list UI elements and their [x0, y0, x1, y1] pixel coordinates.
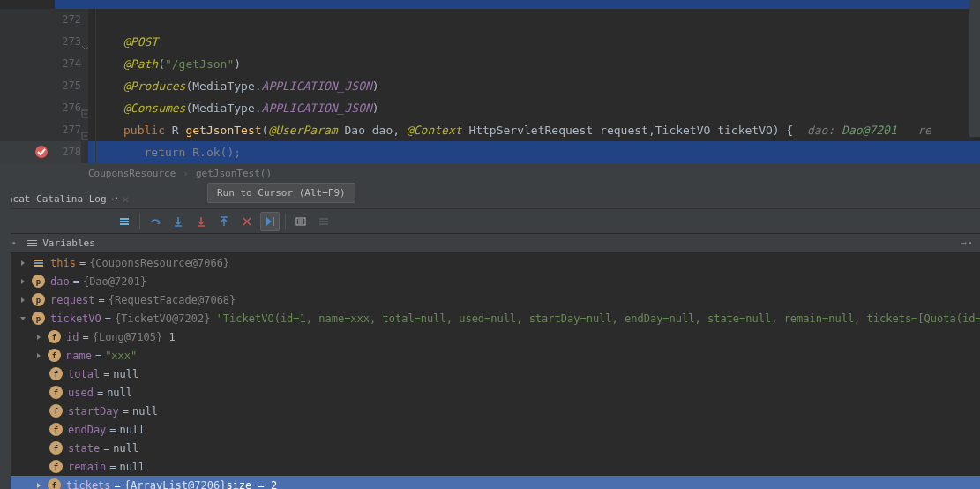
var-endday[interactable]: f endDay = null [0, 420, 980, 439]
svg-rect-5 [120, 218, 129, 220]
svg-rect-7 [120, 223, 129, 225]
param: dao [372, 124, 393, 137]
chevron-right-icon: › [183, 168, 189, 179]
var-ticketvo[interactable]: p ticketVO = {TicketVO@7202} "TicketVO(i… [0, 309, 980, 327]
drop-frame-icon[interactable] [237, 212, 257, 231]
constant: APPLICATION_JSON [262, 102, 372, 115]
variables-tree[interactable]: this = {CouponsResource@7066} p dao = {D… [0, 253, 980, 489]
show-execution-point-icon[interactable] [115, 212, 134, 231]
var-tickets[interactable]: f tickets = {ArrayList@7206} size = 2 [0, 476, 980, 489]
var-value: null [120, 461, 146, 473]
var-value: null [107, 387, 132, 399]
panel-menu-icon[interactable]: →• [961, 237, 973, 249]
line-number: 275 [62, 75, 81, 97]
force-step-into-icon[interactable] [191, 212, 211, 231]
line-number: 278 [62, 141, 81, 163]
evaluate-expression-icon[interactable] [291, 212, 310, 231]
var-value: null [113, 368, 138, 380]
variables-panel-header: →• Variables →• [0, 234, 980, 253]
step-out-icon[interactable] [214, 212, 234, 231]
var-name: endDay [68, 424, 106, 436]
var-id[interactable]: f id = {Long@7105} 1 [0, 327, 980, 346]
keyword: public [123, 124, 165, 137]
hamburger-icon[interactable] [27, 240, 37, 246]
param-badge-icon: p [32, 293, 45, 306]
field-badge-icon: f [49, 460, 63, 473]
var-startday[interactable]: f startDay = null [0, 402, 980, 420]
step-over-icon[interactable] [146, 212, 165, 231]
var-name: ticketVO [50, 312, 101, 325]
collapse-arrow-icon[interactable] [18, 313, 28, 324]
var-name: id [66, 331, 79, 343]
param: request [600, 124, 648, 137]
var-value: {Dao@7201} [83, 275, 146, 288]
var-name-field[interactable]: f name = "xxx" [0, 346, 980, 365]
var-remain[interactable]: f remain = null [0, 457, 980, 476]
var-state[interactable]: f state = null [0, 439, 980, 457]
var-request[interactable]: p request = {RequestFacade@7068} [0, 290, 980, 309]
var-name: used [68, 387, 94, 399]
var-value: {CouponsResource@7066} [89, 257, 229, 269]
expand-arrow-icon[interactable] [34, 350, 44, 361]
inlay-hint: dao: [807, 124, 834, 137]
breadcrumb-item[interactable]: getJsonTest() [196, 168, 272, 179]
var-total[interactable]: f total = null [0, 365, 980, 383]
var-used[interactable]: f used = null [0, 383, 980, 402]
var-name: request [50, 294, 95, 306]
debug-toolbar [0, 209, 980, 234]
tab-catalina-log[interactable]: ncat Catalina Log →• × [0, 190, 136, 208]
var-ref: {ArrayList@7206} [124, 479, 227, 490]
var-name: startDay [68, 405, 119, 418]
editor-right-gutter [969, 0, 980, 137]
svg-rect-20 [34, 262, 43, 264]
annotation: @Context [407, 124, 462, 137]
left-tool-strip[interactable] [0, 180, 11, 489]
method-ref: ok [206, 146, 221, 159]
field-badge-icon: f [49, 441, 63, 455]
line-number: 274 [62, 53, 81, 75]
keyword: return [144, 146, 185, 159]
expand-arrow-icon[interactable] [18, 295, 28, 305]
var-name: remain [68, 461, 106, 473]
debug-tab-row: ncat Catalina Log →• × [0, 183, 980, 209]
close-icon[interactable]: × [122, 192, 129, 206]
type: Dao [344, 124, 364, 137]
field-badge-icon: f [49, 423, 63, 436]
param-badge-icon: p [32, 312, 45, 325]
expand-arrow-icon[interactable] [34, 332, 44, 342]
this-badge-icon [32, 256, 45, 269]
var-this[interactable]: this = {CouponsResource@7066} [0, 253, 980, 272]
type: TicketVO [655, 124, 711, 137]
annotation: @POST [123, 35, 158, 49]
field-badge-icon: f [48, 349, 61, 362]
line-number: 272 [62, 9, 81, 31]
class-ref: MediaType [192, 79, 254, 93]
annotation: @Path [123, 57, 158, 71]
variables-title: Variables [42, 237, 95, 249]
annotation: @Produces [123, 79, 185, 93]
breadcrumb-bar: CouponsResource › getJsonTest() [0, 163, 980, 183]
var-name: dao [50, 275, 70, 288]
class-ref: MediaType [192, 102, 254, 115]
field-badge-icon: f [49, 367, 63, 380]
breadcrumb-item[interactable]: CouponsResource [88, 168, 176, 179]
line-number: 276 [62, 97, 81, 119]
run-to-cursor-icon[interactable] [260, 212, 280, 231]
step-into-icon[interactable] [168, 212, 188, 231]
param-badge-icon: p [32, 275, 45, 288]
inlay-value: Dao@7201 [842, 124, 897, 137]
code-editor[interactable]: @POST @Path("/getJson") @Produces(MediaT… [88, 9, 980, 163]
var-dao[interactable]: p dao = {Dao@7201} [0, 272, 980, 290]
line-number: 277 [62, 119, 81, 141]
string-literal: "/getJson" [165, 57, 234, 71]
expand-arrow-icon[interactable] [34, 480, 44, 490]
trace-icon[interactable] [314, 212, 333, 231]
expand-arrow-icon[interactable] [18, 258, 28, 268]
svg-rect-21 [34, 265, 43, 267]
breakpoint-active-icon[interactable] [34, 144, 49, 160]
field-badge-icon: f [48, 330, 61, 343]
expand-arrow-icon[interactable] [18, 276, 28, 287]
param: ticketVO [717, 124, 773, 137]
line-gutter: 272 273 274 275 276 277 278 [0, 9, 88, 163]
constant: APPLICATION_JSON [262, 79, 372, 93]
